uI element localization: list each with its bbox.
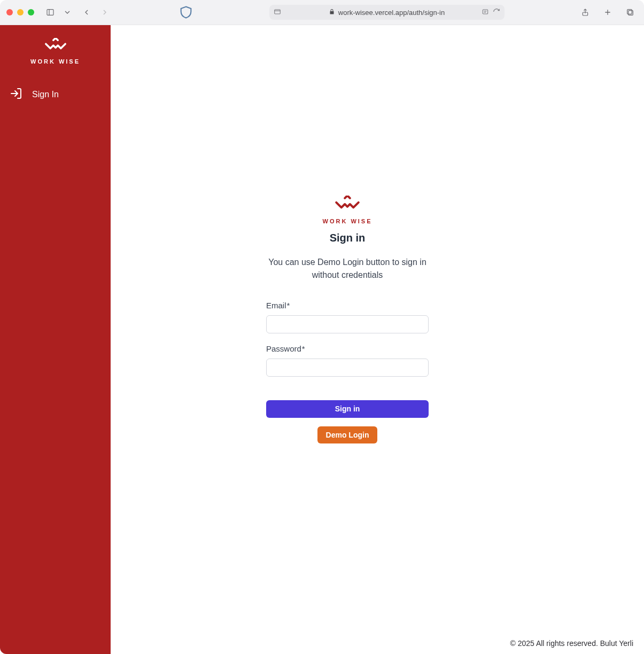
sidebar-brand-text: WORK WISE xyxy=(30,58,80,65)
workwise-logo-icon xyxy=(332,196,363,215)
lock-icon xyxy=(329,9,335,17)
sidebar: WORK WISE Sign In xyxy=(0,25,111,654)
forward-button[interactable] xyxy=(97,5,112,19)
required-asterisk: * xyxy=(302,344,305,353)
page-title: Sign in xyxy=(330,232,366,244)
signin-form: Email* Password* Sign in Demo Login xyxy=(266,301,429,443)
tabs-overview-icon[interactable] xyxy=(623,5,638,19)
window-controls xyxy=(6,9,34,15)
main-logo: WORK WISE xyxy=(323,196,373,224)
main-brand-text: WORK WISE xyxy=(323,218,373,224)
required-asterisk: * xyxy=(287,301,290,310)
email-input[interactable] xyxy=(266,315,429,333)
sidebar-item-signin[interactable]: Sign In xyxy=(0,81,111,108)
back-button[interactable] xyxy=(79,5,94,19)
reload-icon[interactable] xyxy=(493,8,500,17)
email-label-text: Email xyxy=(266,301,286,310)
footer-copyright: © 2025 All rights reserved. Bulut Yerli xyxy=(510,639,633,648)
signin-icon xyxy=(10,87,22,102)
password-label-text: Password xyxy=(266,344,301,353)
signin-card: WORK WISE Sign in You can use Demo Login… xyxy=(266,196,429,443)
share-icon[interactable] xyxy=(578,5,593,19)
main-content: WORK WISE Sign in You can use Demo Login… xyxy=(111,25,644,654)
svg-rect-2 xyxy=(274,9,280,13)
address-url: work-wisee.vercel.app/auth/sign-in xyxy=(338,9,445,17)
sidebar-logo: WORK WISE xyxy=(0,38,111,65)
page: WORK WISE Sign In WOR xyxy=(0,25,644,654)
svg-rect-11 xyxy=(627,10,632,14)
email-label: Email* xyxy=(266,301,429,310)
reader-icon[interactable] xyxy=(481,8,490,17)
password-input[interactable] xyxy=(266,359,429,377)
maximize-window-button[interactable] xyxy=(28,9,34,15)
privacy-shield-icon[interactable] xyxy=(179,5,193,20)
signin-button[interactable]: Sign in xyxy=(266,400,429,418)
demo-login-button[interactable]: Demo Login xyxy=(317,426,378,443)
new-tab-icon[interactable] xyxy=(600,5,615,19)
password-label: Password* xyxy=(266,344,429,353)
minimize-window-button[interactable] xyxy=(17,9,24,15)
sidebar-toggle-icon[interactable] xyxy=(43,5,58,19)
workwise-logo-icon xyxy=(43,38,68,55)
svg-rect-4 xyxy=(483,9,487,13)
dropdown-chevron-icon[interactable] xyxy=(63,5,72,19)
address-bar[interactable]: work-wisee.vercel.app/auth/sign-in xyxy=(269,5,505,20)
page-subtitle: You can use Demo Login button to sign in… xyxy=(266,256,429,282)
site-settings-icon[interactable] xyxy=(274,8,281,17)
svg-rect-0 xyxy=(47,10,53,15)
close-window-button[interactable] xyxy=(6,9,13,15)
sidebar-item-label: Sign In xyxy=(32,90,59,99)
svg-rect-10 xyxy=(629,11,633,15)
browser-titlebar: work-wisee.vercel.app/auth/sign-in xyxy=(0,0,644,25)
